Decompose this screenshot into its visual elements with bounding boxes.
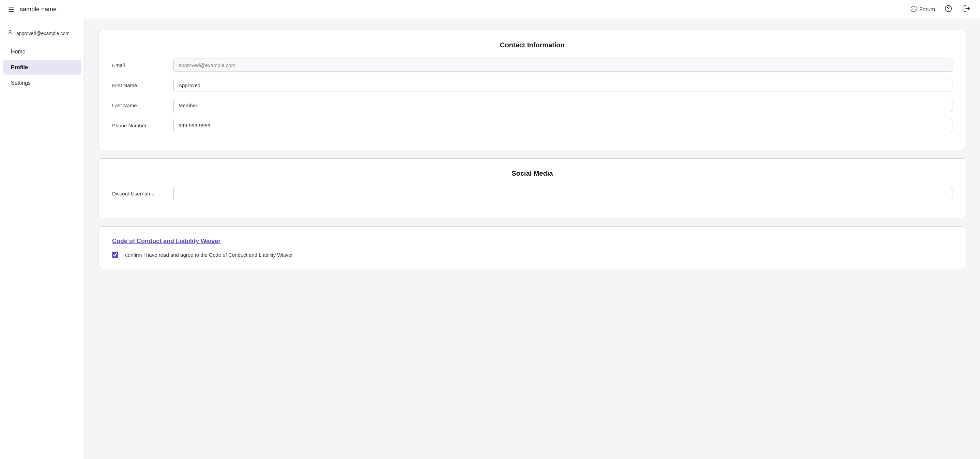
social-media-card: Social Media Discord Username xyxy=(98,158,966,218)
help-button[interactable] xyxy=(943,3,953,15)
sidebar-nav: Home Profile Settings xyxy=(0,44,84,91)
first-name-field[interactable] xyxy=(173,79,952,92)
forum-label: Forum xyxy=(920,6,935,13)
email-label: Email xyxy=(112,62,173,68)
sidebar-user: approved@example.com xyxy=(0,26,84,44)
forum-button[interactable]: 💬 Forum xyxy=(910,6,935,13)
logout-button[interactable] xyxy=(962,3,972,15)
contact-information-title: Contact Information xyxy=(112,41,952,49)
svg-point-3 xyxy=(9,30,11,32)
last-name-label: Last Name xyxy=(112,103,173,108)
first-name-row: First Name xyxy=(112,79,952,92)
discord-field[interactable] xyxy=(173,187,952,200)
conduct-checkbox-label: I confirm I have read and agree to the C… xyxy=(123,252,293,258)
app-layout: approved@example.com Home Profile Settin… xyxy=(0,19,980,459)
sidebar: approved@example.com Home Profile Settin… xyxy=(0,19,84,459)
conduct-card: Code of Conduct and Liability Waiver I c… xyxy=(98,226,966,269)
phone-number-field[interactable] xyxy=(173,119,952,132)
user-icon xyxy=(7,29,13,37)
discord-row: Discord Username xyxy=(112,187,952,200)
phone-number-label: Phone Number xyxy=(112,122,173,129)
app-title: sample name xyxy=(20,6,57,13)
main-content: Contact Information Email First Name Las… xyxy=(84,19,980,459)
sidebar-user-email: approved@example.com xyxy=(16,31,70,36)
conduct-checkbox[interactable] xyxy=(112,252,118,258)
topnav-right: 💬 Forum xyxy=(910,3,972,15)
contact-information-card: Contact Information Email First Name Las… xyxy=(98,30,966,150)
phone-number-row: Phone Number xyxy=(112,119,952,132)
topnav-left: ☰ sample name xyxy=(8,5,57,14)
conduct-link[interactable]: Code of Conduct and Liability Waiver xyxy=(112,238,221,245)
sidebar-item-settings[interactable]: Settings xyxy=(3,76,81,90)
sidebar-item-home[interactable]: Home xyxy=(3,44,81,59)
discord-label: Discord Username xyxy=(112,191,173,197)
sidebar-item-profile[interactable]: Profile xyxy=(3,60,81,75)
email-field[interactable] xyxy=(173,59,952,72)
last-name-field[interactable] xyxy=(173,99,952,112)
first-name-label: First Name xyxy=(112,83,173,88)
forum-icon: 💬 xyxy=(910,6,917,13)
last-name-row: Last Name xyxy=(112,99,952,112)
hamburger-icon[interactable]: ☰ xyxy=(8,5,14,14)
email-row: Email xyxy=(112,59,952,72)
top-navigation: ☰ sample name 💬 Forum xyxy=(0,0,980,19)
conduct-checkbox-row: I confirm I have read and agree to the C… xyxy=(112,252,952,258)
social-media-title: Social Media xyxy=(112,170,952,178)
